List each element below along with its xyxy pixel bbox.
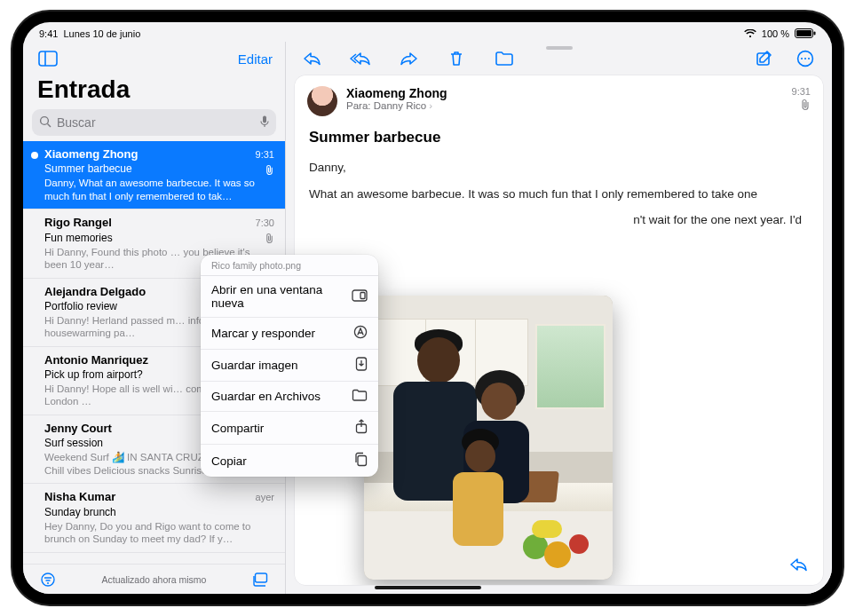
msg-preview: Hey Danny, Do you and Rigo want to come … [44, 520, 274, 545]
body-paragraph-1: What an awesome barbecue. It was so much… [309, 186, 809, 203]
copy-icon [354, 452, 368, 470]
context-menu-item[interactable]: Guardar imagen [201, 350, 378, 382]
msg-from: Alejandra Delgado [44, 285, 146, 299]
context-menu-label: Abrir en una ventana nueva [211, 283, 352, 310]
msg-from: Jenny Court [44, 422, 112, 436]
msg-time: 9:31 [256, 149, 274, 162]
ipad-frame: 9:41 Lunes 10 de junio 100 % [12, 12, 843, 604]
status-bar: 9:41 Lunes 10 de junio 100 % [23, 22, 832, 42]
status-time: 9:41 [39, 28, 58, 39]
forward-button[interactable] [396, 47, 421, 70]
svg-rect-2 [814, 32, 816, 36]
body-greeting: Danny, [309, 159, 809, 177]
mailbox-title: Entrada [23, 75, 285, 107]
attachment-context-menu: Rico family photo.png Abrir en una venta… [201, 255, 378, 477]
multitask-handle[interactable] [546, 46, 573, 50]
context-menu-item[interactable]: Compartir [201, 412, 378, 445]
context-menu-label: Guardar imagen [211, 359, 298, 372]
context-menu-title: Rico family photo.png [201, 255, 378, 276]
sender-avatar[interactable] [307, 86, 337, 116]
svg-point-16 [801, 58, 803, 59]
context-menu-item[interactable]: Abrir en una ventana nueva [201, 276, 378, 318]
svg-line-6 [48, 123, 51, 127]
msg-from: Nisha Kumar [44, 490, 115, 504]
status-date: Lunes 10 de junio [63, 28, 140, 39]
windows-button[interactable] [248, 568, 273, 591]
context-menu-label: Guardar en Archivos [211, 390, 321, 403]
battery-percent: 100 % [762, 28, 789, 39]
trash-button[interactable] [444, 47, 469, 70]
msg-from: Antonio Manriquez [44, 353, 148, 367]
battery-icon [795, 28, 816, 38]
msg-from: Rigo Rangel [44, 216, 112, 230]
message-time: 9:31 [792, 86, 811, 97]
attachment-icon [792, 99, 811, 113]
more-button[interactable] [793, 47, 818, 70]
share-icon [355, 419, 368, 437]
body-paragraph-2-tail: n't wait for the one next year. I'd [309, 211, 809, 229]
msg-subject: Fun memories [44, 232, 274, 245]
svg-point-17 [804, 58, 806, 59]
reply-button[interactable] [300, 47, 325, 70]
msg-time: ayer [256, 492, 274, 504]
svg-point-5 [41, 116, 49, 124]
paperclip-icon [265, 164, 274, 178]
message-subject: Summer barbecue [295, 122, 823, 155]
svg-rect-1 [796, 30, 811, 36]
chevron-right-icon: › [429, 100, 432, 111]
unread-dot-icon [31, 152, 38, 159]
edit-button[interactable]: Editar [238, 51, 273, 67]
msg-subject: Summer barbecue [44, 162, 274, 176]
attachment-preview[interactable] [364, 296, 613, 580]
svg-rect-7 [263, 115, 266, 122]
svg-rect-20 [360, 292, 365, 298]
folder-icon [352, 389, 368, 404]
screen: 9:41 Lunes 10 de junio 100 % [23, 22, 832, 594]
context-menu-item[interactable]: Guardar en Archivos [201, 382, 378, 412]
wifi-icon [744, 29, 756, 38]
quick-reply-button[interactable] [789, 557, 809, 576]
message-list-item[interactable]: Nisha KumarayerSunday brunchHey Danny, D… [23, 484, 285, 552]
context-menu-label: Copiar [211, 454, 247, 468]
msg-subject: Sunday brunch [44, 506, 274, 519]
window-new-icon [352, 289, 368, 304]
dictate-icon[interactable] [260, 115, 269, 130]
move-button[interactable] [492, 47, 517, 70]
compose-button[interactable] [752, 47, 777, 70]
sender-name[interactable]: Xiaomeng Zhong [346, 86, 783, 100]
reply-all-button[interactable] [348, 47, 373, 70]
filter-button[interactable] [36, 568, 60, 591]
family-photo-image [364, 296, 613, 580]
search-icon [39, 115, 51, 130]
paperclip-icon [265, 233, 274, 247]
svg-rect-24 [358, 456, 367, 466]
recipient-row[interactable]: Para: Danny Rico › [346, 100, 783, 111]
context-menu-item[interactable]: Copiar [201, 445, 378, 477]
msg-time: 7:30 [256, 217, 274, 230]
markup-icon [353, 325, 368, 342]
sidebar-toggle-button[interactable] [36, 47, 60, 70]
download-icon [355, 357, 368, 374]
svg-point-9 [42, 573, 54, 586]
context-menu-label: Marcar y responder [211, 327, 315, 340]
context-menu-item[interactable]: Marcar y responder [201, 318, 378, 350]
to-name: Danny Rico [374, 100, 426, 111]
to-label: Para: [346, 100, 371, 111]
message-list-item[interactable]: Xiaomeng Zhong9:31Summer barbecueDanny, … [23, 141, 285, 209]
search-placeholder: Buscar [57, 115, 96, 130]
svg-rect-13 [255, 573, 266, 582]
sync-status: Actualizado ahora mismo [102, 574, 207, 585]
msg-from: Xiaomeng Zhong [44, 147, 138, 162]
home-indicator[interactable] [375, 586, 481, 589]
search-input[interactable]: Buscar [32, 109, 276, 136]
svg-point-18 [808, 58, 810, 59]
context-menu-label: Compartir [211, 422, 264, 435]
msg-preview: Danny, What an awesome barbecue. It was … [44, 177, 274, 201]
svg-rect-3 [39, 51, 57, 66]
message-body: Danny, What an awesome barbecue. It was … [295, 155, 823, 238]
